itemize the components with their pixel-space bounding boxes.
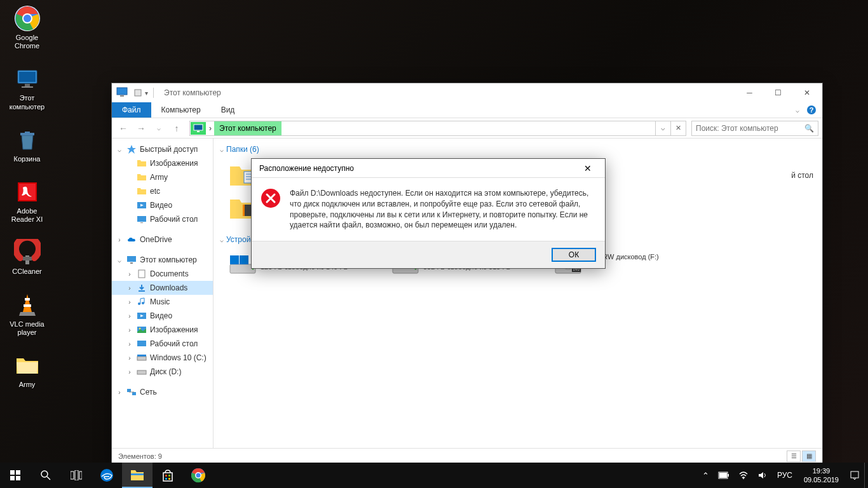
qat-properties-icon[interactable]	[133, 88, 142, 97]
dialog-close-button[interactable]: ✕	[578, 159, 597, 177]
forward-button[interactable]: →	[133, 121, 149, 136]
tab-file[interactable]: Файл	[112, 102, 151, 118]
task-view-button[interactable]	[61, 463, 92, 488]
section-folders[interactable]: ⌵ Папки (6)	[220, 145, 816, 154]
chevron-down-icon[interactable]: ⌵	[116, 146, 123, 153]
svg-rect-62	[10, 476, 15, 480]
desktop-icon-vlc[interactable]: VLC media player	[3, 290, 51, 339]
refresh-button[interactable]: ✕	[670, 121, 686, 135]
system-tray: ⌃ РУС 19:39 09.05.2019	[698, 463, 868, 488]
view-tiles-button[interactable]: ▦	[802, 451, 816, 462]
svg-rect-60	[10, 470, 15, 475]
up-button[interactable]: ↑	[169, 121, 184, 136]
minimize-button[interactable]: ─	[735, 84, 764, 102]
desktop-icon-label: Корзина	[14, 155, 41, 163]
tree-quick-access[interactable]: ⌵ Быстрый доступ	[112, 142, 213, 156]
explorer-window: ▾ Этот компьютер ─ ☐ ✕ Файл Компьютер Ви…	[111, 83, 823, 464]
tree-drive-c[interactable]: ›Windows 10 (C:)	[112, 351, 213, 365]
chevron-down-icon[interactable]: ⌵	[116, 257, 123, 264]
tray-notifications-icon[interactable]	[845, 463, 864, 488]
desktop-icon-label: Army	[19, 381, 36, 389]
desktop-icon-this-pc[interactable]: Этот компьютер	[3, 64, 51, 112]
svg-rect-12	[23, 257, 32, 261]
close-button[interactable]: ✕	[792, 84, 821, 102]
desktop-icon-chrome[interactable]: Google Chrome	[3, 3, 51, 52]
this-pc-mini-icon	[116, 86, 130, 100]
search-icon[interactable]: 🔍	[804, 124, 814, 133]
svg-rect-70	[131, 473, 144, 475]
tree-downloads[interactable]: ›Downloads	[112, 281, 213, 295]
tab-view[interactable]: Вид	[211, 102, 245, 118]
svg-rect-73	[165, 478, 167, 480]
desktop-icon-recycle-bin[interactable]: Корзина	[3, 125, 51, 165]
svg-rect-63	[16, 476, 20, 480]
start-button[interactable]	[0, 463, 31, 488]
desktop-icon	[137, 339, 147, 349]
tree-music[interactable]: ›Music	[112, 295, 213, 309]
folder-icon	[14, 352, 41, 379]
folder-icon	[137, 158, 147, 168]
desktop-icon-ccleaner[interactable]: CCleaner	[3, 237, 51, 278]
ribbon-expand-icon[interactable]: ⌵	[792, 102, 803, 118]
taskbar-chrome[interactable]	[183, 463, 214, 488]
tree-desktop[interactable]: ›Рабочий стол	[112, 337, 213, 351]
onedrive-icon	[126, 234, 137, 245]
tree-qa-video[interactable]: Видео	[112, 198, 213, 212]
desktop-icon-adobe-reader[interactable]: Adobe Reader XI	[3, 177, 51, 226]
music-icon	[137, 297, 147, 307]
vlc-icon	[14, 292, 41, 318]
tree-drive-d[interactable]: ›Диск (D:)	[112, 365, 213, 379]
titlebar[interactable]: ▾ Этот компьютер ─ ☐ ✕	[112, 83, 822, 102]
folder-item-desktop[interactable]: й стол	[789, 160, 816, 191]
tree-qa-etc[interactable]: etc	[112, 184, 213, 198]
tree-onedrive[interactable]: ›OneDrive	[112, 233, 213, 247]
folder-icon	[137, 172, 147, 182]
address-dropdown-icon[interactable]: ⌵	[655, 121, 670, 135]
tray-battery-icon[interactable]	[714, 463, 734, 488]
back-button[interactable]: ←	[116, 121, 131, 136]
tree-network[interactable]: ›Сеть	[112, 385, 213, 399]
monitor-icon	[14, 65, 41, 92]
tray-wifi-icon[interactable]	[734, 463, 753, 488]
svg-text:?: ?	[810, 106, 814, 114]
document-icon	[137, 269, 147, 279]
svg-rect-15	[117, 88, 127, 95]
show-desktop-button[interactable]	[864, 463, 868, 488]
qat-dropdown-icon[interactable]: ▾	[145, 90, 148, 97]
dialog-titlebar[interactable]: Расположение недоступно ✕	[252, 159, 605, 178]
ok-button[interactable]: ОК	[552, 248, 596, 262]
svg-rect-72	[168, 475, 170, 477]
svg-point-77	[196, 473, 201, 478]
tray-clock[interactable]: 19:39 09.05.2019	[797, 466, 845, 485]
search-input[interactable]	[696, 124, 804, 133]
tree-qa-army[interactable]: Army	[112, 170, 213, 184]
taskbar-explorer[interactable]	[122, 463, 153, 488]
view-details-button[interactable]: ☰	[787, 451, 801, 462]
tree-qa-desktop[interactable]: Рабочий стол	[112, 212, 213, 226]
search-button[interactable]	[31, 463, 61, 488]
breadcrumb-this-pc[interactable]: Этот компьютер	[214, 121, 281, 135]
tray-show-hidden-icon[interactable]: ⌃	[698, 463, 714, 488]
tray-language[interactable]: РУС	[772, 471, 797, 480]
tab-computer[interactable]: Компьютер	[151, 102, 211, 118]
svg-rect-14	[24, 304, 31, 307]
taskbar-store[interactable]	[153, 463, 183, 488]
tray-date: 09.05.2019	[804, 475, 839, 484]
tree-images[interactable]: ›Изображения	[112, 323, 213, 337]
tree-video[interactable]: ›Видео	[112, 309, 213, 323]
tray-volume-icon[interactable]	[753, 463, 772, 488]
tree-this-pc[interactable]: ⌵Этот компьютер	[112, 253, 213, 267]
chevron-right-icon[interactable]: ›	[116, 236, 123, 243]
address-bar[interactable]: › Этот компьютер ⌵ ✕	[189, 121, 686, 136]
svg-rect-79	[728, 474, 729, 477]
maximize-button[interactable]: ☐	[764, 84, 792, 102]
recent-dropdown[interactable]: ⌵	[151, 121, 166, 136]
desktop-icon-label: CCleaner	[12, 268, 41, 276]
taskbar-edge[interactable]	[92, 463, 122, 488]
tree-qa-images[interactable]: Изображения	[112, 156, 213, 170]
tree-documents[interactable]: ›Documents	[112, 267, 213, 281]
help-icon[interactable]: ?	[804, 102, 818, 118]
search-box[interactable]: 🔍	[691, 121, 818, 136]
chevron-down-icon: ⌵	[220, 146, 224, 153]
desktop-icon-army-folder[interactable]: Army	[3, 350, 51, 391]
